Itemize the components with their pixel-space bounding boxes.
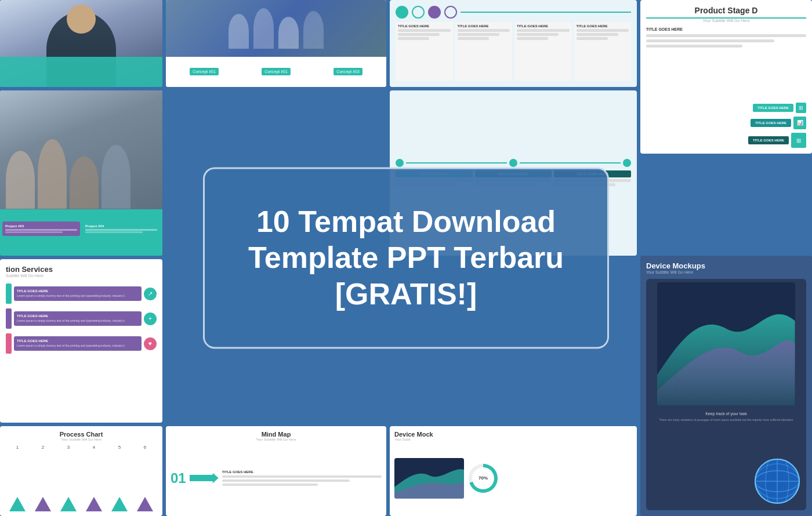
project-03-label: Project #03 <box>5 224 77 228</box>
service-item-1-title: TITLE GOES HERE <box>17 289 139 293</box>
triangle-2 <box>35 497 51 511</box>
slide-thumb-mind-map[interactable]: Mind Map Your Subtitle Will Go Here 01 T… <box>166 426 386 516</box>
title-col-4: TITLE GOES HERE <box>577 24 629 28</box>
service-item-2-body: Lorem ipsum is simply dummy text of the … <box>17 319 139 323</box>
step-box-3: TITLE GOES HERE <box>748 136 789 144</box>
step-num-3: 3 <box>67 445 70 450</box>
step-num-5: 5 <box>118 445 121 450</box>
services-subtitle: Subtitle Will Go Here <box>6 274 157 278</box>
service-item-2-title: TITLE GOES HERE <box>17 314 139 318</box>
step-box-2: TITLE GOES HERE <box>751 119 791 127</box>
step-box-1: TITLE GOES HERE <box>753 104 793 112</box>
device-caption: Keep track of your task <box>705 412 747 416</box>
circle-progress: 70% <box>469 464 498 493</box>
triangle-6 <box>137 497 153 511</box>
triangle-4 <box>86 497 102 511</box>
triangle-1 <box>9 497 26 511</box>
device-mockups-subtitle: Your Subtitle Will Go Here <box>646 270 806 274</box>
title-col-3: TITLE GOES HERE <box>517 24 570 28</box>
service-item-1-body: Lorem ipsum is simply dummy text of the … <box>17 294 139 298</box>
service-item-3-title: TITLE GOES HERE <box>17 339 139 343</box>
product-stage-subtitle: Your Subtitle Will Go Here <box>646 19 806 23</box>
mind-map-subtitle: Your Subtitle Will Go Here <box>171 438 382 441</box>
project-04-label: Project #04 <box>85 224 157 228</box>
step-num-1: 1 <box>16 445 19 450</box>
service-icon-1: ↗ <box>144 288 157 300</box>
title-col-2: TITLE GOES HERE <box>458 24 510 28</box>
mind-map-content-title: TITLE GOES HERE <box>222 470 382 474</box>
mind-map-title: Mind Map <box>171 431 382 438</box>
step-icon-2: 📊 <box>793 117 806 129</box>
mind-map-number: 01 <box>171 470 186 486</box>
step-icon-1: ⊞ <box>796 103 806 113</box>
slide-thumb-meeting[interactable]: Concept #01 Concept #01 Concept #03 <box>166 0 386 87</box>
concept-03: Concept #03 <box>334 68 362 75</box>
product-stage-content-title: TITLE GOES HERE <box>646 27 806 31</box>
process-chart-subtitle: Your Subtitle Will Go Here <box>5 438 158 441</box>
step-icon-3: ⊞ <box>791 133 806 148</box>
step-num-4: 4 <box>93 445 95 450</box>
service-item-3-body: Lorem ipsum is simply dummy text of the … <box>17 344 139 348</box>
triangle-5 <box>111 497 128 511</box>
slide-thumb-team-photo[interactable]: Project #03 Project #04 <box>0 90 162 256</box>
process-chart-title: Process Chart <box>5 431 158 438</box>
service-icon-2: + <box>144 312 157 325</box>
device-mock3-title: Device Mock <box>394 431 632 438</box>
concept-02: Concept #01 <box>262 68 291 75</box>
globe-icon[interactable] <box>754 458 800 504</box>
product-stage-title: Product Stage D <box>646 6 806 19</box>
device-mockups-title: Device Mockups <box>646 261 806 270</box>
title-col-1: TITLE GOES HERE <box>398 24 451 28</box>
step-num-2: 2 <box>42 445 44 450</box>
slide-thumb-services[interactable]: tion Services Subtitle Will Go Here TITL… <box>0 259 162 423</box>
slide-thumb-process-steps[interactable]: TITLE GOES HERE TITLE GOES HERE TITLE GO… <box>390 0 637 87</box>
main-title: 10 Tempat Download Template PPT Terbaru … <box>245 204 567 312</box>
service-icon-3: ♥ <box>144 337 157 350</box>
device-mock3-subtitle: Your Subti <box>394 438 632 441</box>
circle-progress-value: 70% <box>472 467 494 489</box>
slide-thumb-process-chart[interactable]: Process Chart Your Subtitle Will Go Here… <box>0 426 162 516</box>
slide-thumb-device-mock3[interactable]: Device Mock Your Subti 70% <box>390 426 637 516</box>
center-overlay-card: 10 Tempat Download Template PPT Terbaru … <box>203 167 609 348</box>
step-num-6: 6 <box>144 445 146 450</box>
device-body: There are many variations of passages of… <box>659 418 793 422</box>
slide-thumb-product-stage[interactable]: Product Stage D Your Subtitle Will Go He… <box>640 0 812 154</box>
concept-01: Concept #01 <box>190 68 219 75</box>
triangle-3 <box>60 497 77 511</box>
slide-thumb-businessman[interactable] <box>0 0 162 87</box>
mind-map-arrow <box>190 473 219 484</box>
services-title: tion Services <box>6 265 157 274</box>
